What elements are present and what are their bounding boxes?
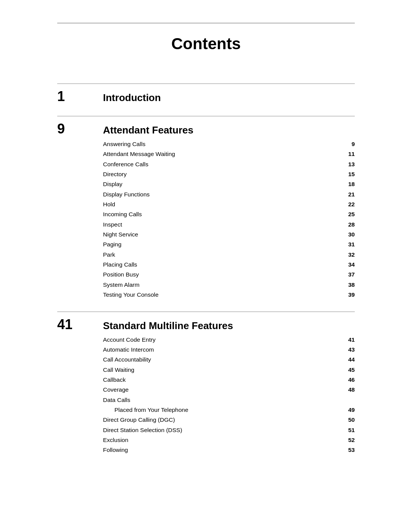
entry-name: Account Code Entry bbox=[103, 335, 156, 345]
list-item: Park32 bbox=[103, 250, 355, 260]
list-item: Call Waiting45 bbox=[103, 365, 355, 375]
entry-name: Display Functions bbox=[103, 190, 150, 199]
section-rule-2 bbox=[57, 312, 355, 312]
section-title-0: Introduction bbox=[103, 92, 161, 104]
section-number-1: 9 bbox=[57, 121, 103, 137]
section-number-2: 41 bbox=[57, 317, 103, 333]
entry-page: 48 bbox=[343, 385, 355, 395]
list-item: Night Service30 bbox=[103, 230, 355, 239]
entry-name: Call Waiting bbox=[103, 365, 134, 375]
entry-name: Automatic Intercom bbox=[103, 345, 154, 355]
entry-page: 43 bbox=[343, 345, 355, 355]
list-item: Hold22 bbox=[103, 199, 355, 209]
entry-name: Data Calls bbox=[103, 395, 130, 405]
entry-page: 34 bbox=[343, 260, 355, 270]
list-item: Testing Your Console39 bbox=[103, 290, 355, 300]
list-item: Placing Calls34 bbox=[103, 260, 355, 270]
entry-page: 18 bbox=[343, 179, 355, 189]
list-item: Call Accountability44 bbox=[103, 355, 355, 365]
entry-page: 39 bbox=[343, 290, 355, 300]
list-item: Automatic Intercom43 bbox=[103, 345, 355, 355]
entry-page: 32 bbox=[343, 250, 355, 260]
list-item: System Alarm38 bbox=[103, 280, 355, 290]
entry-page: 49 bbox=[343, 405, 355, 415]
list-item: Incoming Calls25 bbox=[103, 209, 355, 219]
entry-page: 30 bbox=[343, 230, 355, 239]
entry-name: Conference Calls bbox=[103, 159, 148, 169]
entry-name: Testing Your Console bbox=[103, 290, 159, 300]
entry-name: Placed from Your Telephone bbox=[114, 405, 188, 415]
entry-name: Park bbox=[103, 250, 115, 260]
list-item: Coverage48 bbox=[103, 385, 355, 395]
section-title-1: Attendant Features bbox=[103, 124, 193, 136]
entry-name: Position Busy bbox=[103, 270, 139, 280]
toc-entries-2: Account Code Entry41Automatic Intercom43… bbox=[57, 335, 355, 455]
entry-page: 37 bbox=[343, 270, 355, 280]
entry-page: 28 bbox=[343, 220, 355, 230]
entry-page: 21 bbox=[343, 190, 355, 199]
entry-name: Following bbox=[103, 445, 128, 455]
entry-page: 46 bbox=[343, 375, 355, 385]
section-number-0: 1 bbox=[57, 88, 103, 104]
entry-name: Exclusion bbox=[103, 435, 128, 445]
list-item: Exclusion52 bbox=[103, 435, 355, 445]
section-header-0: 1Introduction bbox=[57, 88, 355, 104]
list-item: Following53 bbox=[103, 445, 355, 455]
entry-name: Placing Calls bbox=[103, 260, 137, 270]
entry-page: 38 bbox=[343, 280, 355, 290]
entry-name: Attendant Message Waiting bbox=[103, 149, 175, 159]
entry-name: Incoming Calls bbox=[103, 209, 142, 219]
entry-page: 51 bbox=[343, 425, 355, 435]
list-item: Callback46 bbox=[103, 375, 355, 385]
entry-page: 52 bbox=[343, 435, 355, 445]
list-item: Direct Station Selection (DSS)51 bbox=[103, 425, 355, 435]
entry-page: 44 bbox=[343, 355, 355, 365]
section-rule-1 bbox=[57, 116, 355, 116]
section-header-1: 9Attendant Features bbox=[57, 121, 355, 137]
entry-page: 25 bbox=[343, 209, 355, 219]
page-title: Contents bbox=[57, 35, 355, 53]
section-1: 1Introduction bbox=[57, 84, 355, 104]
list-item: Paging31 bbox=[103, 239, 355, 249]
entry-page: 53 bbox=[343, 445, 355, 455]
entry-name: Display bbox=[103, 179, 122, 189]
entry-page: 22 bbox=[343, 199, 355, 209]
list-item: Account Code Entry41 bbox=[103, 335, 355, 345]
top-rule bbox=[57, 23, 355, 23]
section-rule-0 bbox=[57, 84, 355, 84]
entry-page: 31 bbox=[343, 239, 355, 249]
entry-name: System Alarm bbox=[103, 280, 140, 290]
entry-name: Answering Calls bbox=[103, 139, 145, 149]
list-item: Direct Group Calling (DGC)50 bbox=[103, 415, 355, 425]
entry-name: Paging bbox=[103, 239, 121, 249]
list-item: Inspect28 bbox=[103, 220, 355, 230]
entry-name: Directory bbox=[103, 169, 127, 179]
section-9: 9Attendant FeaturesAnswering Calls9Atten… bbox=[57, 116, 355, 300]
entry-page: 11 bbox=[343, 149, 355, 159]
list-item: Display18 bbox=[103, 179, 355, 189]
entry-name: Night Service bbox=[103, 230, 138, 239]
entry-name: Direct Station Selection (DSS) bbox=[103, 425, 182, 435]
page: Contents 1Introduction9Attendant Feature… bbox=[57, 0, 355, 532]
toc-entries-1: Answering Calls9Attendant Message Waitin… bbox=[57, 139, 355, 300]
entry-page: 13 bbox=[343, 159, 355, 169]
entry-name: Inspect bbox=[103, 220, 122, 230]
section-41: 41Standard Multiline FeaturesAccount Cod… bbox=[57, 312, 355, 455]
list-item: Display Functions21 bbox=[103, 190, 355, 199]
section-header-2: 41Standard Multiline Features bbox=[57, 317, 355, 333]
list-item: Directory15 bbox=[103, 169, 355, 179]
list-item: Placed from Your Telephone49 bbox=[103, 405, 355, 415]
entry-name: Callback bbox=[103, 375, 126, 385]
list-item: Position Busy37 bbox=[103, 270, 355, 280]
list-item: Data Calls bbox=[103, 395, 355, 405]
entry-name: Call Accountability bbox=[103, 355, 151, 365]
entry-page: 15 bbox=[343, 169, 355, 179]
entry-name: Coverage bbox=[103, 385, 129, 395]
section-title-2: Standard Multiline Features bbox=[103, 320, 233, 332]
list-item: Attendant Message Waiting11 bbox=[103, 149, 355, 159]
list-item: Conference Calls13 bbox=[103, 159, 355, 169]
entry-page: 9 bbox=[343, 139, 355, 149]
entry-page: 45 bbox=[343, 365, 355, 375]
entry-name: Direct Group Calling (DGC) bbox=[103, 415, 175, 425]
entry-page: 41 bbox=[343, 335, 355, 345]
